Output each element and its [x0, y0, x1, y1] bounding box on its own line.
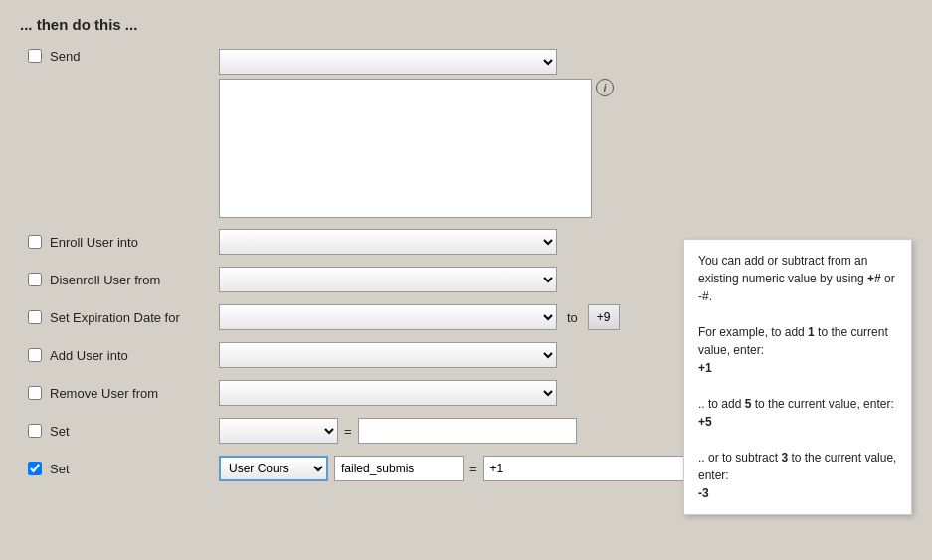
set-empty-checkbox-cell [20, 424, 50, 438]
send-label: Send [50, 49, 219, 64]
enroll-checkbox[interactable] [28, 235, 42, 249]
tooltip-example1: For example, to add 1 to the current val… [698, 323, 897, 377]
tooltip-value1: +1 [698, 361, 712, 375]
tooltip-bold4: 3 [781, 451, 788, 465]
send-dropdown[interactable] [219, 49, 557, 75]
set-filled-eq-label: = [469, 462, 477, 476]
expiration-dropdown[interactable] [219, 304, 557, 330]
send-row: Send i [20, 49, 912, 218]
remove-user-checkbox-cell [20, 386, 50, 400]
tooltip-bold1: +# [867, 272, 881, 285]
set-empty-label: Set [50, 424, 219, 439]
tooltip-line1: You can add or subtract from an existing… [698, 252, 897, 305]
plus9-button[interactable]: +9 [588, 304, 620, 330]
set-filled-label: Set [50, 462, 219, 476]
tooltip-value3: -3 [698, 486, 709, 500]
set-filled-field-name[interactable] [334, 456, 464, 481]
add-user-checkbox-cell [20, 348, 50, 362]
expiration-checkbox-cell [20, 310, 50, 324]
set-filled-dropdown[interactable]: User Cours [219, 456, 328, 481]
disenroll-dropdown[interactable] [219, 267, 557, 292]
set-empty-value-input[interactable] [358, 418, 577, 444]
set-filled-checkbox[interactable] [28, 462, 42, 475]
tooltip-example3: .. or to subtract 3 to the current value… [698, 449, 897, 502]
add-user-checkbox[interactable] [28, 348, 42, 362]
disenroll-checkbox[interactable] [28, 273, 42, 286]
remove-user-checkbox[interactable] [28, 386, 42, 400]
tooltip-example2: .. to add 5 to the current value, enter:… [698, 395, 897, 431]
set-filled-value-input[interactable] [483, 456, 702, 481]
tooltip-value2: +5 [698, 415, 712, 429]
tooltip-bold3: 5 [745, 397, 752, 411]
send-checkbox-cell [20, 49, 50, 63]
send-checkbox[interactable] [28, 49, 42, 63]
tooltip-bold2: 1 [808, 325, 815, 339]
expiration-label: Set Expiration Date for [50, 310, 219, 325]
disenroll-label: Disenroll User from [50, 273, 219, 287]
enroll-dropdown[interactable] [219, 229, 557, 255]
main-container: ... then do this ... Send i Enroll User … [0, 0, 932, 560]
set-empty-eq-label: = [344, 424, 352, 439]
remove-user-label: Remove User from [50, 386, 219, 401]
enroll-label: Enroll User into [50, 235, 219, 250]
section-title: ... then do this ... [20, 16, 912, 33]
add-user-label: Add User into [50, 348, 219, 363]
tooltip-box: You can add or subtract from an existing… [683, 239, 912, 515]
send-controls: i [219, 49, 614, 218]
add-user-dropdown[interactable] [219, 342, 557, 368]
set-empty-dropdown[interactable] [219, 418, 338, 444]
expiration-checkbox[interactable] [28, 310, 42, 324]
remove-user-dropdown[interactable] [219, 380, 557, 406]
send-textarea[interactable] [219, 79, 592, 218]
to-label: to [563, 310, 582, 325]
send-info-icon[interactable]: i [596, 79, 614, 96]
disenroll-checkbox-cell [20, 273, 50, 286]
set-empty-checkbox[interactable] [28, 424, 42, 438]
enroll-checkbox-cell [20, 235, 50, 249]
set-filled-checkbox-cell [20, 462, 50, 475]
